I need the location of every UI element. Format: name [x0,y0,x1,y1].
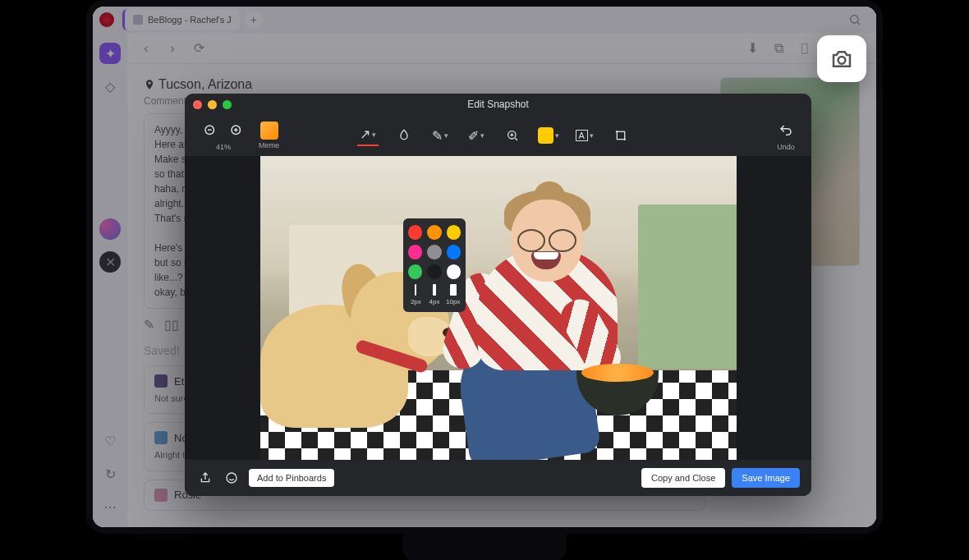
undo-label: Undo [777,143,795,151]
arrow-tool-button[interactable]: ↗▾ [357,125,379,146]
undo-button[interactable] [775,120,797,141]
color-swatch-white[interactable] [447,264,461,279]
zoom-in-button[interactable] [226,120,247,141]
blur-tool-button[interactable] [393,125,415,146]
svg-rect-4 [617,131,624,139]
color-swatch-yellow[interactable] [447,225,461,240]
stroke-4px[interactable]: 4px [427,284,443,305]
color-swatch-black[interactable] [427,264,441,279]
text-tool-button[interactable]: A▾ [574,125,595,146]
magnify-tool-button[interactable] [502,125,523,146]
color-palette: 2px 4px 10px [403,218,466,312]
meme-label: Meme [259,141,279,149]
editor-canvas[interactable]: 2px 4px 10px [185,156,811,460]
svg-point-5 [227,473,237,483]
camera-icon [829,47,854,71]
color-swatch-orange[interactable] [427,225,441,240]
color-swatch-blue[interactable] [447,245,461,259]
sticker-tool-button[interactable]: ▾ [538,125,559,146]
snapshot-image [260,156,737,460]
color-swatch-green[interactable] [408,264,422,279]
stroke-2px[interactable]: 2px [408,284,424,305]
meme-tool-icon[interactable] [260,122,278,140]
highlighter-tool-button[interactable]: ✎▾ [429,125,451,146]
color-swatch-pink[interactable] [408,245,422,259]
zoom-out-button[interactable] [200,120,221,141]
share-icon[interactable] [196,469,214,487]
snapshot-editor-window: Edit Snapshot 41% Meme ↗▾ ✎▾ ✐▾ ▾ A▾ Und… [185,94,811,496]
save-image-button[interactable]: Save Image [732,468,800,488]
zoom-level: 41% [216,143,231,151]
svg-point-6 [838,56,846,63]
editor-title: Edit Snapshot [185,99,811,110]
crop-tool-button[interactable] [610,125,631,146]
pencil-tool-button[interactable]: ✐▾ [466,125,487,146]
copy-and-close-button[interactable]: Copy and Close [641,468,725,488]
color-swatch-red[interactable] [408,225,422,240]
emoji-icon[interactable] [223,469,241,487]
snapshot-camera-badge [817,35,866,82]
color-swatch-gray[interactable] [427,245,441,259]
stroke-10px[interactable]: 10px [445,284,461,305]
add-to-pinboards-button[interactable]: Add to Pinboards [249,469,334,487]
